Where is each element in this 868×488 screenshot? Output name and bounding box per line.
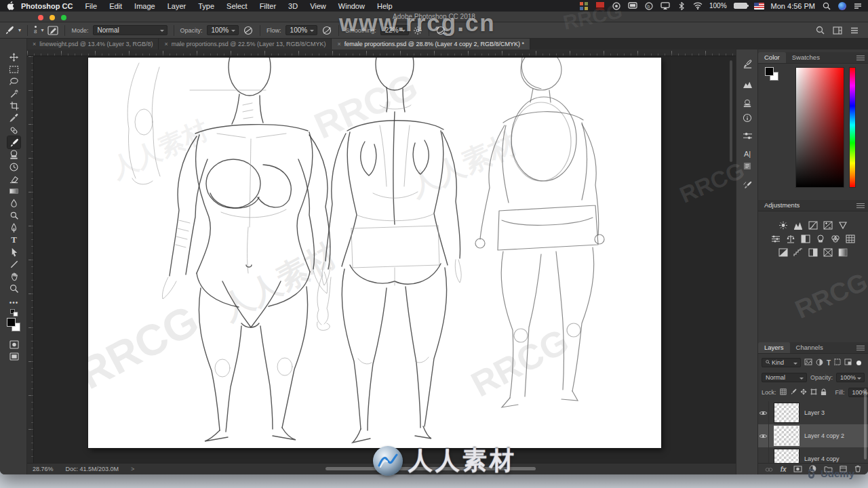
- airbrush-icon[interactable]: [321, 26, 332, 35]
- saturation-brightness-picker[interactable]: [795, 67, 844, 188]
- gradient-tool[interactable]: [7, 185, 20, 197]
- menu-3d[interactable]: 3D: [282, 2, 304, 10]
- menu-type[interactable]: Type: [192, 2, 220, 10]
- lasso-tool[interactable]: [7, 75, 20, 87]
- panel-menu-icon[interactable]: [856, 56, 865, 61]
- color-lookup-icon[interactable]: [846, 235, 856, 243]
- add-mask-button[interactable]: [793, 463, 802, 474]
- minimize-window-button[interactable]: [50, 15, 55, 20]
- foreground-background-swatches[interactable]: [7, 318, 22, 333]
- menu-select[interactable]: Select: [220, 2, 254, 10]
- tab-swatches[interactable]: Swatches: [786, 52, 826, 63]
- layer-filter-select[interactable]: Kind: [762, 358, 801, 367]
- blend-mode-select[interactable]: Normal: [762, 373, 807, 382]
- lock-transparency-icon[interactable]: [780, 388, 787, 396]
- history-brush-tool[interactable]: [7, 161, 20, 173]
- siri-icon[interactable]: [838, 2, 846, 10]
- exposure-icon[interactable]: [823, 221, 833, 230]
- close-window-button[interactable]: [38, 15, 43, 20]
- filter-type-icon[interactable]: T: [827, 359, 831, 367]
- character-panel-icon[interactable]: A|: [741, 148, 753, 160]
- menu-window[interactable]: Window: [332, 2, 371, 10]
- lock-artboard-icon[interactable]: [810, 388, 817, 396]
- brush-preview[interactable]: 8: [34, 26, 37, 35]
- close-tab-icon[interactable]: ×: [33, 41, 36, 47]
- default-colors-icon[interactable]: [7, 308, 20, 317]
- hue-saturation-icon[interactable]: [771, 235, 781, 243]
- invert-icon[interactable]: [778, 248, 789, 257]
- mode-select[interactable]: Normal: [93, 25, 167, 35]
- dodge-tool[interactable]: [7, 209, 20, 222]
- vertical-ruler[interactable]: [27, 56, 34, 474]
- color-panel-swatches[interactable]: [765, 67, 780, 82]
- menu-file[interactable]: File: [79, 2, 103, 10]
- document-vertical-scrollbar[interactable]: [730, 60, 732, 162]
- close-tab-icon[interactable]: ×: [337, 41, 340, 47]
- photo-filter-icon[interactable]: [816, 235, 826, 243]
- eyedropper-tool[interactable]: [7, 112, 20, 124]
- tab-male-proportions[interactable]: × male proportions.psd @ 22.5% (Layer 13…: [159, 39, 332, 49]
- brush-tool[interactable]: [7, 136, 20, 148]
- pen-tool[interactable]: [7, 222, 20, 234]
- color-balance-icon[interactable]: [786, 235, 796, 243]
- display-icon[interactable]: [628, 2, 637, 10]
- crop-tool[interactable]: [7, 100, 20, 112]
- edit-toolbar-icon[interactable]: •••: [7, 296, 20, 308]
- spotlight-icon[interactable]: [822, 2, 831, 10]
- close-tab-icon[interactable]: ×: [164, 41, 167, 47]
- screen-mode-icon[interactable]: [7, 350, 20, 363]
- brush-picker-dropdown-icon[interactable]: ▾: [41, 27, 43, 33]
- color-foreground-swatch[interactable]: [765, 67, 774, 76]
- layer-name[interactable]: Layer 4 copy 2: [804, 432, 844, 439]
- type-tool[interactable]: T: [7, 234, 20, 246]
- search-icon[interactable]: [816, 26, 825, 35]
- filter-pixel-icon[interactable]: [804, 359, 812, 367]
- lock-pixels-icon[interactable]: [790, 388, 797, 396]
- quick-selection-tool[interactable]: [7, 87, 20, 100]
- hand-tool[interactable]: [7, 270, 20, 283]
- line-tool[interactable]: [7, 258, 20, 270]
- layer-row-layer3[interactable]: Layer 3: [758, 401, 868, 424]
- lock-all-icon[interactable]: [821, 388, 827, 397]
- tab-color[interactable]: Color: [758, 52, 786, 63]
- delete-layer-button[interactable]: [854, 463, 861, 474]
- curves-icon[interactable]: [808, 221, 818, 230]
- tool-preset-brush-icon[interactable]: [4, 25, 14, 35]
- properties-panel-icon[interactable]: [741, 129, 753, 142]
- opacity-select[interactable]: 100%: [207, 25, 239, 35]
- path-selection-tool[interactable]: [7, 246, 20, 258]
- menu-clock[interactable]: Mon 4:56 PM: [771, 2, 815, 10]
- filter-shape-icon[interactable]: [834, 359, 841, 367]
- layer-style-button[interactable]: fx: [781, 466, 787, 473]
- brush-settings-panel-icon[interactable]: [741, 58, 753, 70]
- menu-app-name[interactable]: Photoshop CC: [15, 2, 79, 10]
- zoom-window-button[interactable]: [61, 15, 66, 20]
- selective-color-icon[interactable]: [823, 248, 833, 257]
- quick-mask-icon[interactable]: [7, 338, 20, 350]
- workspace-selector-icon[interactable]: [833, 26, 842, 35]
- layer-thumbnail[interactable]: [774, 403, 800, 423]
- layer-name[interactable]: Layer 3: [804, 409, 825, 416]
- layer-thumbnail[interactable]: [774, 426, 800, 446]
- move-tool[interactable]: [7, 51, 20, 63]
- tab-lineweight[interactable]: × lineweight.psd @ 13.4% (Layer 3, RGB/8…: [27, 39, 159, 49]
- menu-image[interactable]: Image: [128, 2, 161, 10]
- apple-icon[interactable]: [5, 2, 15, 10]
- menu-view[interactable]: View: [304, 2, 332, 10]
- layer-visibility-toggle[interactable]: [758, 424, 769, 447]
- histogram-panel-icon[interactable]: [741, 78, 753, 90]
- tab-layers[interactable]: Layers: [758, 342, 790, 353]
- clone-stamp-tool[interactable]: [7, 148, 20, 161]
- posterize-icon[interactable]: [793, 248, 804, 257]
- airplay-icon[interactable]: [660, 2, 670, 10]
- spot-healing-tool[interactable]: [7, 124, 20, 136]
- panel-menu-icon[interactable]: [856, 346, 865, 351]
- menu-filter[interactable]: Filter: [254, 2, 282, 10]
- layer-visibility-toggle[interactable]: [758, 401, 769, 424]
- input-language-flag-icon[interactable]: [754, 3, 764, 9]
- flow-select[interactable]: 100%: [285, 25, 318, 35]
- layers-scrollbar[interactable]: [864, 388, 867, 460]
- clone-source-panel-icon[interactable]: [741, 97, 753, 109]
- toggle-brush-panel-icon[interactable]: [47, 26, 58, 35]
- vibrance-icon[interactable]: [838, 221, 848, 230]
